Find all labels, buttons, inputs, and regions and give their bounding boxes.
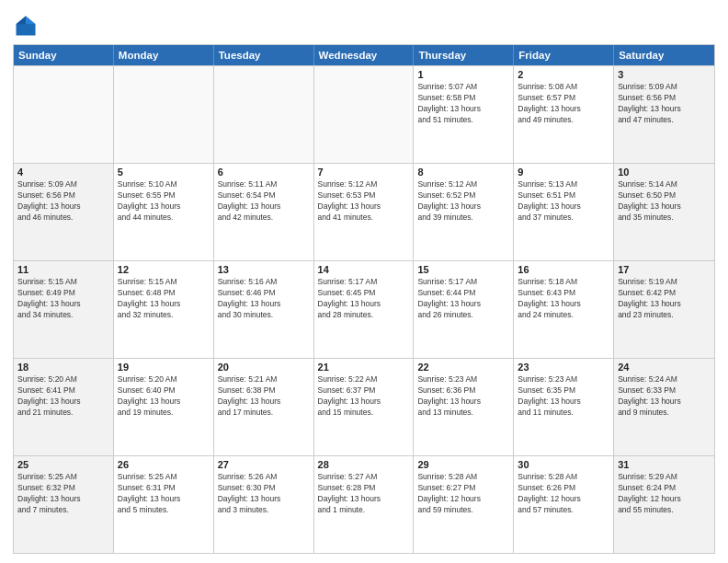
cal-header-cell: Friday <box>514 45 614 65</box>
day-number: 5 <box>118 167 210 178</box>
calendar-week: 25Sunrise: 5:25 AM Sunset: 6:32 PM Dayli… <box>14 455 714 553</box>
day-number: 12 <box>118 264 210 275</box>
day-number: 29 <box>417 459 509 470</box>
calendar-cell: 4Sunrise: 5:09 AM Sunset: 6:56 PM Daylig… <box>14 164 114 260</box>
calendar-cell: 9Sunrise: 5:13 AM Sunset: 6:51 PM Daylig… <box>514 164 614 260</box>
day-number: 22 <box>417 362 509 373</box>
day-info: Sunrise: 5:17 AM Sunset: 6:44 PM Dayligh… <box>417 277 509 321</box>
day-number: 13 <box>218 264 310 275</box>
svg-marker-1 <box>26 17 36 25</box>
day-info: Sunrise: 5:16 AM Sunset: 6:46 PM Dayligh… <box>218 277 310 321</box>
day-number: 18 <box>17 362 109 373</box>
day-number: 24 <box>618 362 711 373</box>
calendar-cell: 31Sunrise: 5:29 AM Sunset: 6:24 PM Dayli… <box>614 456 714 553</box>
logo <box>13 13 42 39</box>
calendar-cell <box>214 66 314 163</box>
day-number: 14 <box>318 264 410 275</box>
calendar-cell: 26Sunrise: 5:25 AM Sunset: 6:31 PM Dayli… <box>114 456 214 553</box>
day-number: 19 <box>118 362 210 373</box>
day-number: 25 <box>17 459 109 470</box>
day-number: 15 <box>417 264 509 275</box>
calendar-cell: 12Sunrise: 5:15 AM Sunset: 6:48 PM Dayli… <box>114 261 214 358</box>
cal-header-cell: Thursday <box>414 45 514 65</box>
day-info: Sunrise: 5:25 AM Sunset: 6:31 PM Dayligh… <box>118 472 210 516</box>
day-info: Sunrise: 5:26 AM Sunset: 6:30 PM Dayligh… <box>218 472 310 516</box>
day-info: Sunrise: 5:27 AM Sunset: 6:28 PM Dayligh… <box>318 472 410 516</box>
day-number: 11 <box>17 264 109 275</box>
page: SundayMondayTuesdayWednesdayThursdayFrid… <box>0 0 728 563</box>
day-info: Sunrise: 5:29 AM Sunset: 6:24 PM Dayligh… <box>618 472 711 516</box>
calendar-cell: 1Sunrise: 5:07 AM Sunset: 6:58 PM Daylig… <box>414 66 514 163</box>
calendar-cell: 13Sunrise: 5:16 AM Sunset: 6:46 PM Dayli… <box>214 261 314 358</box>
cal-header-cell: Wednesday <box>314 45 415 65</box>
day-number: 2 <box>518 69 609 80</box>
calendar-cell <box>114 66 214 163</box>
day-number: 1 <box>417 69 509 80</box>
calendar-cell: 27Sunrise: 5:26 AM Sunset: 6:30 PM Dayli… <box>214 456 314 553</box>
calendar-cell: 19Sunrise: 5:20 AM Sunset: 6:40 PM Dayli… <box>114 359 214 455</box>
day-info: Sunrise: 5:28 AM Sunset: 6:27 PM Dayligh… <box>417 472 509 516</box>
day-info: Sunrise: 5:09 AM Sunset: 6:56 PM Dayligh… <box>17 179 109 224</box>
day-info: Sunrise: 5:28 AM Sunset: 6:26 PM Dayligh… <box>518 472 609 516</box>
day-info: Sunrise: 5:09 AM Sunset: 6:56 PM Dayligh… <box>618 82 711 126</box>
day-number: 30 <box>518 459 609 470</box>
calendar-body: 1Sunrise: 5:07 AM Sunset: 6:58 PM Daylig… <box>14 65 714 553</box>
calendar-cell: 23Sunrise: 5:23 AM Sunset: 6:35 PM Dayli… <box>514 359 614 455</box>
day-info: Sunrise: 5:20 AM Sunset: 6:40 PM Dayligh… <box>118 374 210 419</box>
calendar-week: 18Sunrise: 5:20 AM Sunset: 6:41 PM Dayli… <box>14 358 714 455</box>
calendar: SundayMondayTuesdayWednesdayThursdayFrid… <box>13 44 715 554</box>
header <box>13 9 715 39</box>
cal-header-cell: Tuesday <box>214 45 314 65</box>
svg-marker-2 <box>17 17 27 25</box>
day-info: Sunrise: 5:22 AM Sunset: 6:37 PM Dayligh… <box>318 374 410 419</box>
day-info: Sunrise: 5:10 AM Sunset: 6:55 PM Dayligh… <box>118 179 210 224</box>
calendar-cell: 29Sunrise: 5:28 AM Sunset: 6:27 PM Dayli… <box>414 456 514 553</box>
day-number: 21 <box>318 362 410 373</box>
day-number: 3 <box>618 69 711 80</box>
calendar-cell: 25Sunrise: 5:25 AM Sunset: 6:32 PM Dayli… <box>14 456 114 553</box>
calendar-cell <box>14 66 114 163</box>
day-info: Sunrise: 5:12 AM Sunset: 6:52 PM Dayligh… <box>417 179 509 224</box>
calendar-cell: 30Sunrise: 5:28 AM Sunset: 6:26 PM Dayli… <box>514 456 614 553</box>
calendar-header: SundayMondayTuesdayWednesdayThursdayFrid… <box>14 45 714 65</box>
day-info: Sunrise: 5:15 AM Sunset: 6:48 PM Dayligh… <box>118 277 210 321</box>
calendar-cell: 17Sunrise: 5:19 AM Sunset: 6:42 PM Dayli… <box>614 261 714 358</box>
calendar-cell: 22Sunrise: 5:23 AM Sunset: 6:36 PM Dayli… <box>414 359 514 455</box>
calendar-cell: 20Sunrise: 5:21 AM Sunset: 6:38 PM Dayli… <box>214 359 314 455</box>
day-info: Sunrise: 5:13 AM Sunset: 6:51 PM Dayligh… <box>518 179 609 224</box>
day-info: Sunrise: 5:20 AM Sunset: 6:41 PM Dayligh… <box>17 374 109 419</box>
day-info: Sunrise: 5:11 AM Sunset: 6:54 PM Dayligh… <box>218 179 310 224</box>
day-number: 10 <box>618 167 711 178</box>
day-info: Sunrise: 5:12 AM Sunset: 6:53 PM Dayligh… <box>318 179 410 224</box>
day-info: Sunrise: 5:18 AM Sunset: 6:43 PM Dayligh… <box>518 277 609 321</box>
calendar-cell: 21Sunrise: 5:22 AM Sunset: 6:37 PM Dayli… <box>314 359 415 455</box>
day-info: Sunrise: 5:08 AM Sunset: 6:57 PM Dayligh… <box>518 82 609 126</box>
day-number: 27 <box>218 459 310 470</box>
cal-header-cell: Sunday <box>14 45 114 65</box>
logo-icon <box>13 13 39 39</box>
calendar-cell: 14Sunrise: 5:17 AM Sunset: 6:45 PM Dayli… <box>314 261 415 358</box>
day-info: Sunrise: 5:23 AM Sunset: 6:36 PM Dayligh… <box>417 374 509 419</box>
cal-header-cell: Saturday <box>614 45 714 65</box>
day-number: 8 <box>417 167 509 178</box>
calendar-cell: 28Sunrise: 5:27 AM Sunset: 6:28 PM Dayli… <box>314 456 415 553</box>
day-number: 17 <box>618 264 711 275</box>
day-number: 31 <box>618 459 711 470</box>
calendar-cell: 6Sunrise: 5:11 AM Sunset: 6:54 PM Daylig… <box>214 164 314 260</box>
calendar-cell: 10Sunrise: 5:14 AM Sunset: 6:50 PM Dayli… <box>614 164 714 260</box>
day-number: 26 <box>118 459 210 470</box>
day-info: Sunrise: 5:25 AM Sunset: 6:32 PM Dayligh… <box>17 472 109 516</box>
cal-header-cell: Monday <box>114 45 214 65</box>
day-info: Sunrise: 5:07 AM Sunset: 6:58 PM Dayligh… <box>417 82 509 126</box>
calendar-cell: 16Sunrise: 5:18 AM Sunset: 6:43 PM Dayli… <box>514 261 614 358</box>
calendar-week: 1Sunrise: 5:07 AM Sunset: 6:58 PM Daylig… <box>14 65 714 163</box>
day-number: 28 <box>318 459 410 470</box>
day-number: 7 <box>318 167 410 178</box>
day-info: Sunrise: 5:14 AM Sunset: 6:50 PM Dayligh… <box>618 179 711 224</box>
calendar-cell: 24Sunrise: 5:24 AM Sunset: 6:33 PM Dayli… <box>614 359 714 455</box>
day-info: Sunrise: 5:23 AM Sunset: 6:35 PM Dayligh… <box>518 374 609 419</box>
calendar-cell: 2Sunrise: 5:08 AM Sunset: 6:57 PM Daylig… <box>514 66 614 163</box>
day-info: Sunrise: 5:17 AM Sunset: 6:45 PM Dayligh… <box>318 277 410 321</box>
day-number: 6 <box>218 167 310 178</box>
calendar-cell: 3Sunrise: 5:09 AM Sunset: 6:56 PM Daylig… <box>614 66 714 163</box>
